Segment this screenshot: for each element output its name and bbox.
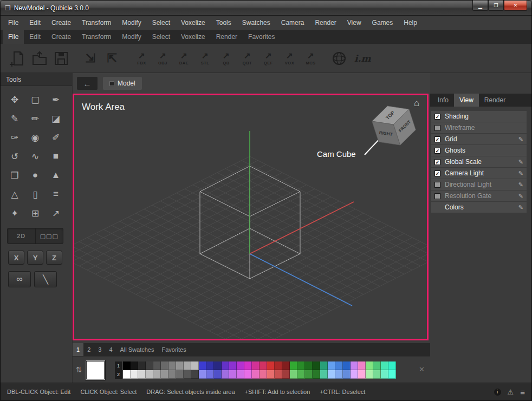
color-swatch[interactable] bbox=[191, 361, 199, 370]
edit-icon[interactable]: ✎ bbox=[518, 159, 523, 166]
color-swatch[interactable] bbox=[146, 370, 153, 379]
cube-tool[interactable]: ❒ bbox=[6, 167, 23, 183]
color-swatch[interactable] bbox=[267, 361, 275, 370]
menu-games[interactable]: Games bbox=[367, 16, 399, 30]
color-swatch[interactable] bbox=[335, 370, 343, 379]
menu-voxelize[interactable]: Voxelize bbox=[176, 16, 211, 30]
wand-select-tool[interactable]: ✦ bbox=[6, 205, 23, 221]
color-swatch[interactable] bbox=[320, 370, 328, 379]
menu-transform[interactable]: Transform bbox=[76, 16, 116, 30]
menu2-favorites[interactable]: Favorites bbox=[243, 30, 280, 44]
color-swatch[interactable] bbox=[206, 370, 214, 379]
edit-icon[interactable]: ✎ bbox=[518, 136, 523, 143]
menu2-modify[interactable]: Modify bbox=[116, 30, 146, 44]
checkbox-wireframe[interactable] bbox=[434, 125, 440, 131]
work-area[interactable]: Work Area ⌂ TOP RIGHT FRONT Cam Cube bbox=[73, 94, 429, 340]
menu2-render[interactable]: Render bbox=[211, 30, 243, 44]
menu-file[interactable]: File bbox=[3, 16, 24, 30]
color-swatch[interactable] bbox=[153, 370, 161, 379]
color-swatch[interactable] bbox=[222, 361, 229, 370]
color-swatch[interactable] bbox=[214, 361, 222, 370]
color-swatch[interactable] bbox=[191, 370, 199, 379]
color-swatch[interactable] bbox=[237, 370, 244, 379]
mirror-mode-button[interactable]: ∞ bbox=[8, 271, 31, 287]
menu2-file[interactable]: File bbox=[3, 30, 24, 44]
color-swatch[interactable] bbox=[176, 361, 184, 370]
color-swatch[interactable] bbox=[168, 370, 176, 379]
menu-icon[interactable]: ≡ bbox=[520, 387, 525, 397]
checkbox-directional-light[interactable] bbox=[434, 182, 440, 188]
marquee-select-tool[interactable]: ▢ bbox=[27, 91, 44, 108]
color-swatch[interactable] bbox=[161, 361, 168, 370]
titlebar[interactable]: ❒ NewModel - Qubicle 3.0.0 ▁ ❐ ✕ bbox=[1, 1, 531, 16]
color-swatch[interactable] bbox=[366, 370, 373, 379]
color-swatch[interactable] bbox=[305, 370, 313, 379]
color-swatch[interactable] bbox=[229, 370, 237, 379]
color-swatch[interactable] bbox=[290, 370, 297, 379]
color-swatch[interactable] bbox=[373, 370, 381, 379]
line-mode-button[interactable]: ╲ bbox=[34, 271, 57, 287]
color-swatch[interactable] bbox=[244, 370, 252, 379]
menu-tools[interactable]: Tools bbox=[211, 16, 237, 30]
edit-icon[interactable]: ✎ bbox=[518, 181, 523, 188]
color-swatch[interactable] bbox=[252, 370, 259, 379]
color-swatch[interactable] bbox=[313, 370, 320, 379]
color-swatch[interactable] bbox=[244, 361, 252, 370]
color-swatch[interactable] bbox=[161, 370, 168, 379]
tab-info[interactable]: Info bbox=[432, 94, 454, 107]
color-swatch[interactable] bbox=[313, 361, 320, 370]
checkbox-grid[interactable]: ✓ bbox=[434, 136, 440, 142]
paint-tool[interactable]: ✐ bbox=[47, 129, 64, 146]
new-file-button[interactable] bbox=[8, 49, 28, 68]
minimize-button[interactable]: ▁ bbox=[472, 1, 488, 11]
save-file-button[interactable] bbox=[51, 49, 71, 68]
curve-tool[interactable]: ∿ bbox=[27, 148, 44, 165]
swirl-tool[interactable]: ↺ bbox=[6, 148, 23, 165]
color-swatch[interactable] bbox=[343, 361, 351, 370]
pyramid-tool[interactable]: ▲ bbox=[47, 167, 64, 183]
brush-tool[interactable]: ✑ bbox=[6, 129, 23, 146]
color-swatch[interactable] bbox=[153, 361, 161, 370]
color-swatch[interactable] bbox=[328, 370, 335, 379]
tab-model[interactable]: Model bbox=[103, 77, 142, 90]
color-swatch[interactable] bbox=[366, 361, 373, 370]
layers-tool[interactable]: ≡ bbox=[47, 186, 64, 202]
resize-tool[interactable]: ↗ bbox=[47, 205, 64, 221]
menu-render[interactable]: Render bbox=[309, 16, 341, 30]
remove-swatch-icon[interactable]: ✕ bbox=[419, 365, 425, 373]
color-swatch[interactable] bbox=[388, 370, 396, 379]
format-stl-button[interactable]: ↗STL bbox=[195, 48, 215, 69]
swatch-tab-4[interactable]: 4 bbox=[105, 343, 116, 356]
eraser-tool[interactable]: ◪ bbox=[47, 110, 64, 127]
checkbox-shading[interactable]: ✓ bbox=[434, 114, 440, 120]
import-button[interactable]: ⇲ bbox=[81, 49, 100, 68]
color-swatch[interactable] bbox=[214, 370, 222, 379]
color-swatch[interactable] bbox=[259, 370, 267, 379]
share-sphere-button[interactable] bbox=[329, 49, 349, 68]
format-qb-button[interactable]: ↗QB bbox=[216, 48, 236, 69]
box-tool[interactable]: ■ bbox=[47, 148, 64, 165]
color-swatch[interactable] bbox=[146, 361, 153, 370]
menu2-select[interactable]: Select bbox=[147, 30, 176, 44]
mode-2d-button[interactable]: 2D bbox=[8, 228, 35, 244]
color-swatch[interactable] bbox=[138, 361, 146, 370]
tab-render[interactable]: Render bbox=[479, 94, 511, 107]
checkbox-ghosts[interactable]: ✓ bbox=[434, 148, 440, 154]
menu-create[interactable]: Create bbox=[46, 16, 76, 30]
cylinder-tool[interactable]: ▯ bbox=[27, 186, 44, 202]
menu2-transform[interactable]: Transform bbox=[76, 30, 116, 44]
menu-view[interactable]: View bbox=[342, 16, 367, 30]
color-swatch[interactable] bbox=[328, 361, 335, 370]
format-fbx-button[interactable]: ↗FBX bbox=[132, 48, 152, 69]
back-button[interactable]: ← bbox=[77, 77, 98, 90]
menu-swatches[interactable]: Swatches bbox=[237, 16, 276, 30]
move-tool[interactable]: ✥ bbox=[6, 91, 23, 108]
cone-tool[interactable]: △ bbox=[6, 186, 23, 202]
color-swatch[interactable] bbox=[351, 370, 358, 379]
edit-icon[interactable]: ✎ bbox=[518, 193, 523, 200]
export-button[interactable]: ⇱ bbox=[102, 49, 122, 68]
menu2-create[interactable]: Create bbox=[46, 30, 76, 44]
info-icon[interactable]: i bbox=[494, 389, 501, 396]
open-file-button[interactable] bbox=[30, 49, 49, 68]
color-swatch[interactable] bbox=[267, 370, 275, 379]
